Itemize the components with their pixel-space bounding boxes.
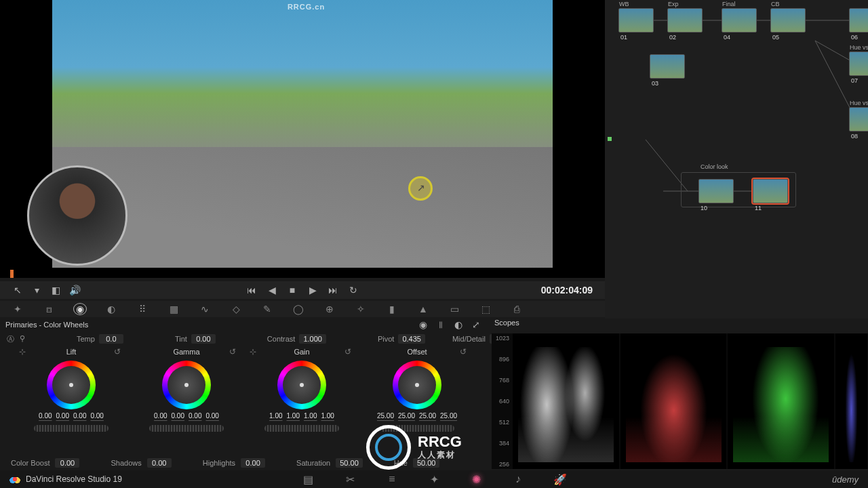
- nav-fairlight-icon[interactable]: ♪: [512, 473, 524, 485]
- node-06[interactable]: 06: [849, 8, 868, 33]
- tool-motion-icon[interactable]: ▦: [167, 303, 180, 315]
- play-icon[interactable]: ▶: [307, 285, 318, 296]
- adjust-row: Ⓐ ⚲ Temp0.0 Tint0.00 Contrast1.000 Pivot…: [0, 332, 488, 346]
- viewer-canvas[interactable]: RRCG.cn: [52, 0, 553, 268]
- tool-magic-mask-icon[interactable]: ✧: [354, 303, 368, 315]
- tool-tracker-icon[interactable]: ⊕: [323, 303, 336, 315]
- hue-value[interactable]: 50.00: [413, 458, 440, 468]
- stop-icon[interactable]: ■: [287, 285, 298, 296]
- wheel-mode3-icon[interactable]: ◐: [453, 319, 464, 330]
- tool-sizing-icon[interactable]: ▭: [448, 303, 461, 315]
- node-08[interactable]: 08Hue vs: [849, 107, 868, 131]
- lift-jog[interactable]: [34, 425, 108, 432]
- tool-3d-icon[interactable]: ⬚: [479, 303, 492, 315]
- pick-white-icon[interactable]: ⚲: [20, 334, 25, 344]
- gain-wheel[interactable]: [277, 361, 326, 409]
- playhead-icon[interactable]: [10, 270, 14, 278]
- offset-wheel[interactable]: [393, 361, 441, 409]
- middetail-label: Mid/Detail: [452, 335, 486, 343]
- colorboost-value[interactable]: 0.00: [55, 458, 79, 468]
- gain-picker-icon[interactable]: ⊹: [250, 347, 259, 357]
- play-reverse-icon[interactable]: ◀: [267, 285, 277, 296]
- tool-primaries-bars-icon[interactable]: ⧈: [42, 303, 56, 315]
- tool-blur-icon[interactable]: ▮: [385, 303, 399, 315]
- scope-luma[interactable]: [513, 333, 619, 469]
- node-number: 02: [669, 34, 676, 41]
- gamma-jog[interactable]: [149, 425, 224, 432]
- tool-curves2-icon[interactable]: ∿: [198, 303, 212, 315]
- gain-reset-icon[interactable]: ↺: [344, 347, 354, 357]
- tool-camera-icon[interactable]: ⎙: [510, 303, 524, 315]
- nav-color-icon[interactable]: ✺: [470, 473, 482, 485]
- tint-value[interactable]: 0.00: [191, 334, 216, 344]
- tool-hdr-icon[interactable]: ◐: [104, 303, 118, 315]
- auto-balance-icon[interactable]: Ⓐ: [7, 334, 14, 344]
- offset-values[interactable]: 25.0025.0025.0025.00: [377, 412, 457, 420]
- nav-cut-icon[interactable]: ✂: [344, 473, 356, 485]
- gamma-reset-icon[interactable]: ↺: [229, 347, 239, 357]
- wheel-expand-icon[interactable]: ⤢: [471, 319, 481, 330]
- tool-qualifier-icon[interactable]: ✎: [260, 303, 274, 315]
- saturation-value[interactable]: 50.00: [336, 458, 363, 468]
- nav-media-icon[interactable]: ▤: [302, 473, 314, 485]
- node-05[interactable]: 05CB: [770, 8, 806, 33]
- wheel-mode1-icon[interactable]: ◉: [418, 319, 429, 330]
- contrast-value[interactable]: 1.000: [299, 334, 326, 344]
- tool-rgb-mixer-icon[interactable]: ⠿: [136, 303, 149, 315]
- node-07[interactable]: 07Hue vs: [849, 52, 868, 76]
- presenter-avatar: [27, 165, 127, 266]
- node-label: Hue vs: [850, 44, 868, 51]
- tool-key-icon[interactable]: ▲: [416, 303, 430, 315]
- scope-green[interactable]: [728, 333, 834, 469]
- overlay-toggle-icon[interactable]: ▾: [31, 285, 42, 296]
- tool-warper-icon[interactable]: ◇: [229, 303, 243, 315]
- offset-jog[interactable]: [380, 425, 454, 432]
- saturation-label: Saturation: [296, 459, 330, 467]
- timeline-scrubber[interactable]: [7, 270, 597, 279]
- offset-reset-icon[interactable]: ↺: [460, 347, 469, 357]
- footer-brand: ûdemy: [832, 474, 859, 485]
- gamma-values[interactable]: 0.000.000.000.00: [154, 412, 219, 420]
- lift-values[interactable]: 0.000.000.000.00: [39, 412, 104, 420]
- node-graph[interactable]: Color look 01WB02Exp0304Final05CB0607Hue…: [605, 0, 868, 319]
- scope-blue[interactable]: [835, 333, 867, 469]
- lift-reset-icon[interactable]: ↺: [114, 347, 123, 357]
- nav-edit-icon[interactable]: ≡: [386, 473, 398, 485]
- timecode-display[interactable]: 00:02:04:09: [541, 285, 593, 296]
- audio-icon[interactable]: 🔊: [69, 285, 80, 296]
- node-number: 01: [620, 34, 627, 41]
- gamma-wheel[interactable]: [162, 361, 211, 409]
- first-frame-icon[interactable]: ⏮: [246, 285, 257, 296]
- loop-icon[interactable]: ↻: [348, 285, 359, 296]
- scopes-header: Scopes: [492, 319, 868, 331]
- scope-red[interactable]: [620, 333, 727, 469]
- last-frame-icon[interactable]: ⏭: [328, 285, 338, 296]
- davinci-logo-icon[interactable]: [9, 474, 20, 485]
- tool-curves-icon[interactable]: ✦: [11, 303, 24, 315]
- pivot-value[interactable]: 0.435: [398, 334, 425, 344]
- picker-icon[interactable]: ↖: [12, 285, 23, 296]
- shadows-label: Shadows: [111, 459, 141, 467]
- lift-wheel[interactable]: [47, 361, 96, 409]
- offset-title: Offset: [407, 348, 427, 356]
- gain-jog[interactable]: [264, 425, 339, 432]
- temp-value[interactable]: 0.0: [99, 334, 123, 344]
- wheel-mode2-icon[interactable]: ⦀: [435, 319, 446, 330]
- node-number: 06: [851, 34, 858, 41]
- node-10[interactable]: 10: [698, 179, 734, 203]
- nav-deliver-icon[interactable]: 🚀: [554, 473, 566, 485]
- node-01[interactable]: 01WB: [618, 8, 654, 33]
- highlights-value[interactable]: 0.00: [241, 458, 265, 468]
- graph-input-icon[interactable]: [608, 137, 612, 141]
- node-03[interactable]: 03: [650, 54, 685, 79]
- nav-fusion-icon[interactable]: ✦: [428, 473, 440, 485]
- gain-values[interactable]: 1.001.001.001.00: [269, 412, 334, 420]
- node-11[interactable]: 11: [753, 179, 788, 203]
- split-view-icon[interactable]: ◧: [50, 285, 61, 296]
- node-02[interactable]: 02Exp: [667, 8, 703, 33]
- tool-window-icon[interactable]: ◯: [292, 303, 305, 315]
- shadows-value[interactable]: 0.00: [147, 458, 172, 468]
- lift-picker-icon[interactable]: ⊹: [19, 347, 28, 357]
- tool-color-wheels-icon[interactable]: ◉: [73, 303, 87, 315]
- node-04[interactable]: 04Final: [722, 8, 757, 33]
